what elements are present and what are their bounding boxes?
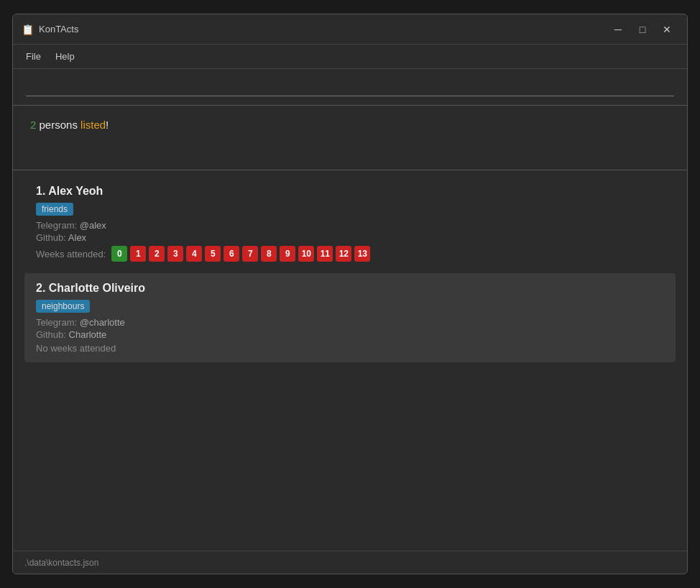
window-controls: ─ □ ✕ — [607, 19, 678, 40]
week-badge-8: 8 — [261, 246, 277, 262]
week-badge-13: 13 — [354, 246, 370, 262]
persons-word: persons — [36, 119, 80, 131]
contact-name-1: 1. Alex Yeoh — [36, 185, 664, 198]
window-title: KonTActs — [39, 24, 607, 35]
main-window: 📋 KonTActs ─ □ ✕ File Help 2 persons lis… — [12, 14, 688, 574]
listed-word: listed — [80, 119, 106, 131]
app-icon: 📋 — [22, 24, 33, 35]
minimize-button[interactable]: ─ — [607, 19, 630, 40]
exclaim-mark: ! — [106, 119, 109, 131]
info-text: 2 persons listed! — [30, 119, 670, 131]
week-badge-7: 7 — [242, 246, 258, 262]
contact-github-1: Github: Alex — [36, 232, 664, 243]
contact-telegram-1: Telegram: @alex — [36, 220, 664, 231]
status-path: .\data\kontacts.json — [24, 558, 98, 568]
title-bar: 📋 KonTActs ─ □ ✕ — [13, 14, 687, 45]
week-badge-12: 12 — [336, 246, 351, 262]
contact-card-2[interactable]: 2. Charlotte OliveironeighboursTelegram:… — [24, 273, 676, 362]
week-badge-5: 5 — [205, 246, 221, 262]
week-badge-3: 3 — [167, 246, 183, 262]
menu-bar: File Help — [13, 45, 687, 69]
week-badge-2: 2 — [149, 246, 165, 262]
contact-card-1[interactable]: 1. Alex YeohfriendsTelegram: @alexGithub… — [24, 176, 676, 270]
info-box: 2 persons listed! — [13, 106, 687, 170]
contacts-list: 1. Alex YeohfriendsTelegram: @alexGithub… — [13, 170, 687, 551]
contact-tag-1: friends — [36, 203, 73, 216]
week-badge-10: 10 — [298, 246, 314, 262]
weeks-row-1: Weeks attended:012345678910111213 — [36, 246, 664, 262]
week-badge-4: 4 — [186, 246, 202, 262]
contact-github-2: Github: Charlotte — [36, 329, 664, 340]
close-button[interactable]: ✕ — [655, 19, 678, 40]
search-area — [13, 69, 687, 106]
week-badge-0: 0 — [111, 246, 127, 262]
menu-file[interactable]: File — [19, 48, 48, 65]
week-badge-9: 9 — [280, 246, 295, 262]
contact-telegram-2: Telegram: @charlotte — [36, 317, 664, 328]
menu-help[interactable]: Help — [48, 48, 82, 65]
week-badge-11: 11 — [317, 246, 333, 262]
no-weeks-2: No weeks attended — [36, 343, 664, 354]
maximize-button[interactable]: □ — [631, 19, 654, 40]
status-bar: .\data\kontacts.json — [13, 551, 687, 574]
search-input[interactable] — [26, 78, 674, 96]
contact-tag-2: neighbours — [36, 300, 90, 313]
contact-name-2: 2. Charlotte Oliveiro — [36, 282, 664, 295]
week-badge-1: 1 — [130, 246, 146, 262]
week-badge-6: 6 — [224, 246, 239, 262]
weeks-label-1: Weeks attended: — [36, 249, 106, 259]
